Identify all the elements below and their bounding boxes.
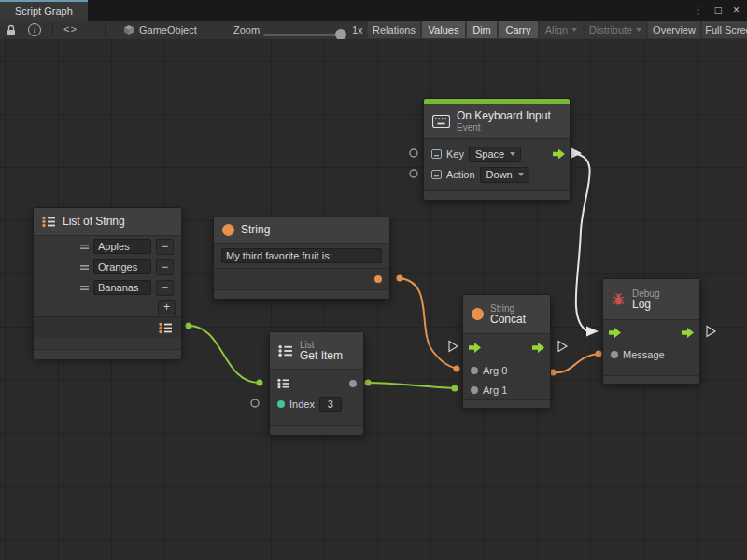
list-icon [42,216,56,228]
wire-endpoint-dot[interactable] [397,275,403,282]
flow-port-out-log[interactable] [707,327,715,337]
node-footer [463,399,550,408]
node-title: Get Item [300,350,343,362]
index-field[interactable]: 3 [319,397,342,412]
node-title: Log [632,299,659,311]
list-item-field[interactable]: Apples [93,239,151,254]
overview-button[interactable]: Overview [648,21,700,38]
arg0-port[interactable] [471,367,478,374]
key-label: Key [446,148,464,160]
flow-port-out-concat[interactable] [558,342,567,352]
list-item-field[interactable]: Oranges [93,259,151,274]
target-breadcrumb[interactable]: GameObject [123,21,197,39]
arg1-label: Arg 1 [483,385,507,396]
node-on-keyboard-input[interactable]: On Keyboard Input Event Key Space [423,98,571,199]
node-footer [424,190,570,200]
node-title: Concat [490,314,526,326]
arg0-label: Arg 0 [483,365,507,376]
node-debug-log[interactable]: Debug Log Message [602,278,700,383]
values-button[interactable]: Values [422,21,465,38]
value-wire-getitem-to-concat[interactable] [368,383,455,388]
panel-menu-icon[interactable]: ⋮ [693,5,704,16]
list-item-field[interactable]: Bananas [93,280,151,295]
wire-endpoint-dot[interactable] [454,366,460,372]
list-output-port-icon[interactable] [159,322,173,334]
inspect-button[interactable]: i [28,21,41,39]
list-input-port-icon[interactable] [277,378,290,389]
remove-item-button[interactable]: − [156,280,174,296]
node-category: List [300,340,343,350]
node-list-of-string[interactable]: List of String Apples − Oranges − [33,207,182,357]
tab-script-graph[interactable]: Script Graph [0,0,88,21]
distribute-button[interactable]: Distribute [585,21,646,38]
flow-wire-keyboard-to-log[interactable] [571,153,590,331]
flow-out-arrow[interactable] [682,328,694,338]
info-icon: i [28,23,41,36]
value-port-action[interactable] [410,170,417,177]
distribute-label: Distribute [589,24,632,35]
string-type-icon [472,308,484,320]
node-get-item[interactable]: List Get Item Index 3 [269,331,364,434]
drag-handle-icon[interactable] [80,244,89,250]
graph-canvas[interactable]: On Keyboard Input Event Key Space [0,39,747,560]
drag-handle-icon[interactable] [80,285,89,291]
flow-port-out-keyboard[interactable] [571,148,582,159]
node-footer [214,289,389,299]
value-wire-concat-to-log[interactable] [553,354,599,372]
item-output-port[interactable] [349,380,357,387]
remove-item-button[interactable]: − [156,259,174,275]
key-dropdown[interactable]: Space [469,147,521,162]
close-icon[interactable]: × [733,5,740,16]
value-port-index[interactable] [251,399,259,407]
wire-endpoint-dot[interactable] [452,385,458,392]
flow-out-arrow[interactable] [553,149,565,160]
value-port-key[interactable] [410,149,417,157]
zoom-label: Zoom [233,21,260,39]
lock-button[interactable] [6,21,17,39]
carry-button[interactable]: Carry [499,21,538,38]
wire-endpoint-dot[interactable] [365,380,372,386]
zoom-slider-track[interactable] [263,34,344,36]
node-title: String [241,224,270,236]
wire-endpoint-dot[interactable] [596,351,602,357]
flow-in-arrow[interactable] [609,328,621,338]
value-wire-string-to-concat[interactable] [400,278,457,369]
gameobject-cube-icon [123,24,134,35]
drag-handle-icon[interactable] [80,264,89,271]
dim-button[interactable]: Dim [467,21,497,38]
arg1-port[interactable] [471,386,478,394]
tab-label: Script Graph [15,6,73,17]
code-icon: <> [63,24,78,35]
toolbar-divider [105,23,106,36]
align-button[interactable]: Align [540,21,583,38]
node-title: On Keyboard Input [457,110,551,122]
flow-in-arrow[interactable] [469,343,481,353]
node-footer [270,425,363,435]
toolbar-divider [52,23,53,36]
remove-item-button[interactable]: − [156,239,174,255]
index-label: Index [289,399,315,410]
unity-script-graph-window: Script Graph ⋮ □ × i <> [0,0,747,560]
string-value-field[interactable]: My third favorite fruit is: [221,248,382,263]
node-string-literal[interactable]: String My third favorite fruit is: [213,217,390,299]
string-output-port[interactable] [374,275,382,283]
relations-button[interactable]: Relations [368,21,420,38]
action-dropdown[interactable]: Down [480,167,529,183]
node-category: Debug [632,288,659,299]
action-value: Down [486,169,513,180]
value-wire-list-to-getitem[interactable] [189,326,260,383]
node-concat[interactable]: String Concat Arg 0 Arg 1 [462,294,551,406]
edit-script-button[interactable]: <> [63,21,78,39]
flow-port-in-log[interactable] [586,327,599,337]
target-label: GameObject [139,24,197,35]
wire-endpoint-dot[interactable] [186,323,192,329]
action-label: Action [446,169,475,180]
flow-out-arrow[interactable] [532,343,544,353]
wire-endpoint-dot[interactable] [257,380,263,386]
maximize-icon[interactable]: □ [715,5,722,16]
full-screen-button[interactable]: Full Screen [702,21,747,38]
add-item-button[interactable]: + [158,300,176,315]
int-type-icon [277,400,285,408]
flow-port-in-concat[interactable] [449,342,458,352]
message-port[interactable] [611,351,618,358]
